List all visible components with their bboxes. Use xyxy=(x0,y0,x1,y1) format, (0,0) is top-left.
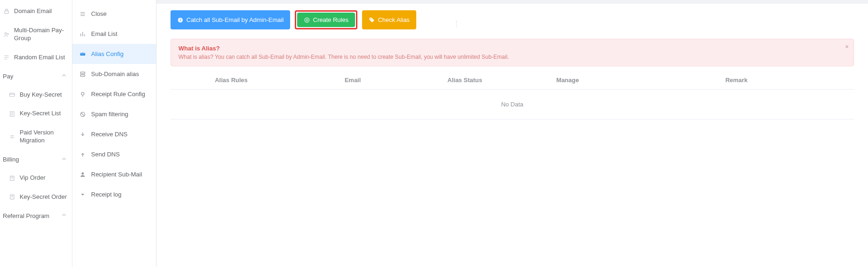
svg-marker-19 xyxy=(456,21,456,21)
chevron-up-icon xyxy=(61,155,67,163)
toolbar: Catch all Sub-Email by Admin-Email Creat… xyxy=(157,4,868,34)
sidebar-item-label: Domain Email xyxy=(14,7,52,15)
sidebar-group-billing[interactable]: Billing xyxy=(0,150,72,169)
svg-point-1 xyxy=(5,33,7,35)
order-icon xyxy=(8,194,16,200)
main-content: Catch all Sub-Email by Admin-Email Creat… xyxy=(157,0,868,267)
check-alias-button[interactable]: Check Alias xyxy=(362,10,416,29)
sidebar-item-recipient-sub-mail[interactable]: Recipient Sub-Mail xyxy=(72,164,156,184)
table-empty-state: No Data xyxy=(171,90,854,119)
table-header: Alias Rules Email Alias Status Manage Re… xyxy=(171,71,854,90)
sidebar-item-receipt-rule-config[interactable]: Receipt Rule Config xyxy=(72,84,156,104)
sidebar-item-vip-order[interactable]: Vip Order xyxy=(0,169,72,188)
svg-point-2 xyxy=(7,33,8,34)
svg-point-10 xyxy=(81,92,84,95)
sidebar-item-send-dns[interactable]: Send DNS xyxy=(72,144,156,164)
sidebar-item-label: Buy Key-Secret xyxy=(20,91,62,99)
sidebar-item-label: Receipt Rule Config xyxy=(91,91,145,98)
sidebar-item-label: Receive DNS xyxy=(91,131,128,138)
close-icon[interactable]: × xyxy=(845,43,849,50)
plus-circle-icon xyxy=(304,17,310,23)
sidebar-item-label: Key-Secret Order xyxy=(20,193,67,201)
transfer-icon xyxy=(8,134,16,140)
column-alias-rules: Alias Rules xyxy=(171,71,292,89)
sidebar-item-label: Send DNS xyxy=(91,151,120,158)
sidebar-group-pay[interactable]: Pay xyxy=(0,67,72,85)
sidebar-item-label: Random Email List xyxy=(14,54,65,62)
sidebar-item-key-secret-order[interactable]: Key-Secret Order xyxy=(0,188,72,207)
sidebar-item-paid-version-migration[interactable]: Paid Version Migration xyxy=(0,123,72,150)
button-label: Catch all Sub-Email by Admin-Email xyxy=(186,16,284,23)
sidebar-item-alias-config[interactable]: Alias Config xyxy=(72,44,156,64)
alias-icon xyxy=(79,51,86,57)
svg-point-15 xyxy=(180,18,180,19)
list-icon xyxy=(3,54,10,61)
column-manage: Manage xyxy=(516,71,619,89)
sidebar-item-label: Close xyxy=(91,10,107,17)
svg-rect-9 xyxy=(80,75,85,77)
tag-icon xyxy=(369,17,375,23)
sidebar-item-label: Multi-Domain Pay-Group xyxy=(14,27,69,42)
sidebar-item-key-secret-list[interactable]: Key-Secret List xyxy=(0,104,72,123)
sidebar-item-label: Paid Version Migration xyxy=(20,129,69,145)
sidebar-item-label: Vip Order xyxy=(20,174,45,182)
sidebar-group-referral-program[interactable]: Referral Program xyxy=(0,207,72,225)
group-icon xyxy=(3,31,10,38)
alias-table: Alias Rules Email Alias Status Manage Re… xyxy=(171,71,854,119)
lock-icon xyxy=(3,8,10,14)
sidebar-item-multi-domain-pay-group[interactable]: Multi-Domain Pay-Group xyxy=(0,21,72,48)
alias-info-alert: What is Alias? What is alias? You can ca… xyxy=(171,39,854,66)
button-label: Check Alias xyxy=(378,16,410,23)
chevron-up-icon xyxy=(61,212,67,220)
doc-icon xyxy=(8,111,16,117)
alert-title: What is Alias? xyxy=(178,45,846,52)
sidebar-item-label: Key-Secret List xyxy=(20,110,61,118)
sidebar-item-random-email-list[interactable]: Random Email List xyxy=(0,48,72,67)
column-remark: Remark xyxy=(619,71,854,89)
sidebar-item-spam-filtering[interactable]: Spam filtering xyxy=(72,104,156,124)
sidebar-group-label: Referral Program xyxy=(3,212,50,219)
sidebar-item-receive-dns[interactable]: Receive DNS xyxy=(72,124,156,144)
svg-point-17 xyxy=(370,18,371,19)
sidebar-item-label: Receipt log xyxy=(91,191,121,198)
log-icon xyxy=(79,191,86,198)
svg-rect-3 xyxy=(10,93,15,97)
sidebar-item-receipt-log[interactable]: Receipt log xyxy=(72,184,156,204)
down-icon xyxy=(79,131,86,138)
card-icon xyxy=(8,91,16,98)
svg-rect-0 xyxy=(5,11,8,14)
alert-description: What is alias? You can catch all Sub-Ema… xyxy=(178,54,846,60)
svg-rect-8 xyxy=(80,72,85,74)
sidebar-group-label: Billing xyxy=(3,156,19,163)
chart-icon xyxy=(79,31,86,37)
user-icon xyxy=(79,171,86,178)
column-alias-status: Alias Status xyxy=(413,71,516,89)
button-label: Create Rules xyxy=(313,16,349,23)
up-icon xyxy=(79,151,86,158)
order-icon xyxy=(8,175,16,182)
catch-all-button[interactable]: Catch all Sub-Email by Admin-Email xyxy=(171,10,290,29)
sidebar-item-sub-domain-alias[interactable]: Sub-Domain alias xyxy=(72,64,156,84)
create-rules-button[interactable]: Create Rules xyxy=(297,13,355,27)
column-email: Email xyxy=(292,71,413,89)
svg-point-12 xyxy=(82,172,84,175)
top-strip xyxy=(157,0,868,4)
sidebar-item-buy-key-secret[interactable]: Buy Key-Secret xyxy=(0,85,72,105)
sidebar-item-label: Sub-Domain alias xyxy=(91,70,139,77)
annotation-arrow xyxy=(453,21,460,28)
sidebar-item-label: Alias Config xyxy=(91,50,123,57)
secondary-sidebar: Close Email List Alias Config Sub-Domain… xyxy=(72,0,157,267)
sidebar-group-label: Pay xyxy=(3,73,13,80)
sidebar-item-domain-email[interactable]: Domain Email xyxy=(0,2,72,21)
chevron-up-icon xyxy=(61,72,67,80)
highlight-annotation: Create Rules xyxy=(295,10,357,29)
sidebar-item-email-list[interactable]: Email List xyxy=(72,24,156,44)
sidebar-item-label: Spam filtering xyxy=(91,111,128,118)
info-icon xyxy=(177,17,184,23)
sidebar-item-label: Email List xyxy=(91,30,117,37)
sidebar-item-close[interactable]: Close xyxy=(72,4,156,24)
bulb-icon xyxy=(79,91,86,98)
primary-sidebar: Domain Email Multi-Domain Pay-Group Rand… xyxy=(0,0,72,267)
subdomain-icon xyxy=(79,71,86,77)
menu-icon xyxy=(79,11,86,17)
